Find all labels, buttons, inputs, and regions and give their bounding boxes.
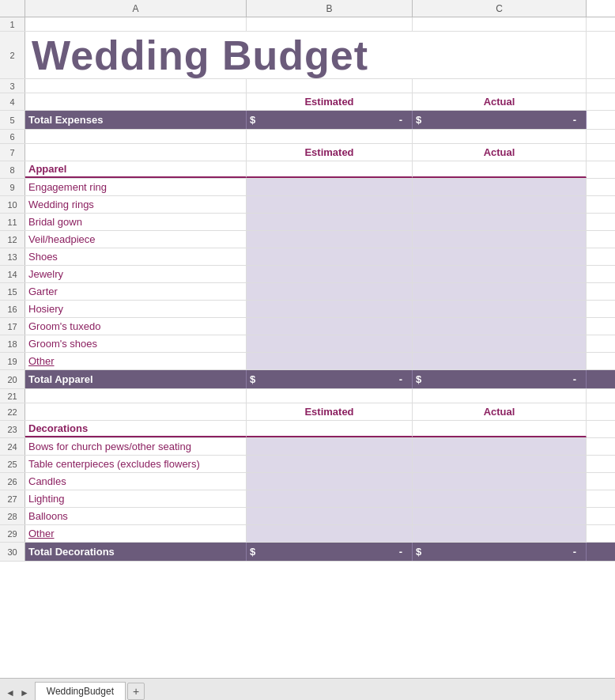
cell-26c[interactable] <box>413 473 587 490</box>
total-decorations-actual[interactable]: $ - <box>413 543 587 561</box>
row-6: 6 <box>0 130 615 144</box>
cell-19b[interactable] <box>247 353 413 369</box>
cell-29b[interactable] <box>247 525 413 542</box>
cell-14c[interactable] <box>413 266 587 282</box>
deco-item-2[interactable]: Table centerpieces (excludes flowers) <box>25 456 247 472</box>
row-15: 15 Garter <box>0 283 615 301</box>
cell-19c[interactable] <box>413 353 587 369</box>
row-12: 12 Veil/headpiece <box>0 231 615 248</box>
rownum-17: 17 <box>0 318 25 335</box>
total-expenses-actual[interactable]: $ - <box>413 111 587 129</box>
apparel-item-3[interactable]: Bridal gown <box>25 214 247 230</box>
apparel-item-8[interactable]: Hosiery <box>25 301 247 317</box>
deco-item-1[interactable]: Bows for church pews/other seating <box>25 438 247 455</box>
cell-18c[interactable] <box>413 335 587 352</box>
apparel-item-1[interactable]: Engagement ring <box>25 179 247 195</box>
deco-item-4[interactable]: Lighting <box>25 490 247 507</box>
dash-c20: - <box>573 373 576 385</box>
cell-12b[interactable] <box>247 231 413 248</box>
rownum-28: 28 <box>0 508 25 524</box>
cell-24b[interactable] <box>247 438 413 455</box>
cell-29c[interactable] <box>413 525 587 542</box>
rownum-11: 11 <box>0 214 25 230</box>
total-expenses-estimated[interactable]: $ - <box>247 111 413 129</box>
cell-15b[interactable] <box>247 283 413 300</box>
cell-13b[interactable] <box>247 248 413 265</box>
row-22-header: 22 Estimated Actual <box>0 403 615 421</box>
cell-16c[interactable] <box>413 301 587 317</box>
rownum-19: 19 <box>0 353 25 369</box>
cell-27b[interactable] <box>247 490 413 507</box>
cell-17c[interactable] <box>413 318 587 335</box>
row-7-header: 7 Estimated Actual <box>0 144 615 161</box>
cell-1b <box>247 17 413 31</box>
rownum-18: 18 <box>0 335 25 352</box>
total-expenses-label: Total Expenses <box>25 111 247 129</box>
cell-21a <box>25 389 247 403</box>
cell-28c[interactable] <box>413 508 587 524</box>
apparel-item-4[interactable]: Veil/headpiece <box>25 231 247 248</box>
apparel-item-2[interactable]: Wedding rings <box>25 196 247 213</box>
tab-weddingbudget[interactable]: WeddingBudget <box>35 682 126 700</box>
total-decorations-estimated[interactable]: $ - <box>247 543 413 561</box>
row-17: 17 Groom's tuxedo <box>0 318 615 335</box>
cell-6b <box>247 130 413 143</box>
row-num-corner <box>0 0 25 17</box>
cell-18b[interactable] <box>247 335 413 352</box>
cell-12c[interactable] <box>413 231 587 248</box>
rownum-30: 30 <box>0 543 25 561</box>
rownum-10: 10 <box>0 196 25 213</box>
cell-9b[interactable] <box>247 179 413 195</box>
apparel-item-11[interactable]: Other <box>25 353 247 369</box>
deco-item-3[interactable]: Candles <box>25 473 247 490</box>
cell-14b[interactable] <box>247 266 413 282</box>
cell-28b[interactable] <box>247 508 413 524</box>
cell-25c[interactable] <box>413 456 587 472</box>
row-11: 11 Bridal gown <box>0 214 615 231</box>
cell-25b[interactable] <box>247 456 413 472</box>
cell-11c[interactable] <box>413 214 587 230</box>
cell-27c[interactable] <box>413 490 587 507</box>
cell-17b[interactable] <box>247 318 413 335</box>
cell-22a <box>25 403 247 420</box>
estimated-header-3: Estimated <box>247 403 413 420</box>
apparel-item-6[interactable]: Jewelry <box>25 266 247 282</box>
cell-3b <box>247 79 413 93</box>
nav-right-icon[interactable]: ► <box>17 687 32 698</box>
cell-1a <box>25 17 247 31</box>
apparel-item-10[interactable]: Groom's shoes <box>25 335 247 352</box>
cell-11b[interactable] <box>247 214 413 230</box>
total-apparel-estimated[interactable]: $ - <box>247 370 413 388</box>
rownum-5: 5 <box>0 111 25 129</box>
cell-24c[interactable] <box>413 438 587 455</box>
cell-13c[interactable] <box>413 248 587 265</box>
row-21: 21 <box>0 389 615 403</box>
cell-15c[interactable] <box>413 283 587 300</box>
row-26: 26 Candles <box>0 473 615 490</box>
total-apparel-actual[interactable]: $ - <box>413 370 587 388</box>
cell-10b[interactable] <box>247 196 413 213</box>
cell-16b[interactable] <box>247 301 413 317</box>
rownum-4: 4 <box>0 93 25 110</box>
row-25: 25 Table centerpieces (excludes flowers) <box>0 456 615 473</box>
deco-item-6[interactable]: Other <box>25 525 247 542</box>
row-1: 1 <box>0 17 615 32</box>
estimated-header-2: Estimated <box>247 144 413 161</box>
cell-26b[interactable] <box>247 473 413 490</box>
cell-3c <box>413 79 587 93</box>
apparel-item-5[interactable]: Shoes <box>25 248 247 265</box>
deco-item-5[interactable]: Balloons <box>25 508 247 524</box>
dash-b5: - <box>399 114 402 126</box>
cell-8c <box>413 161 587 178</box>
cell-10c[interactable] <box>413 196 587 213</box>
add-sheet-button[interactable]: + <box>127 683 145 700</box>
sheet-nav-arrows: ◄ ► <box>3 687 32 698</box>
row-4-header: 4 Estimated Actual <box>0 93 615 111</box>
rownum-3: 3 <box>0 79 25 93</box>
apparel-item-7[interactable]: Garter <box>25 283 247 300</box>
estimated-header-1: Estimated <box>247 93 413 110</box>
apparel-item-9[interactable]: Groom's tuxedo <box>25 318 247 335</box>
nav-left-icon[interactable]: ◄ <box>3 687 17 698</box>
cell-8b <box>247 161 413 178</box>
cell-9c[interactable] <box>413 179 587 195</box>
